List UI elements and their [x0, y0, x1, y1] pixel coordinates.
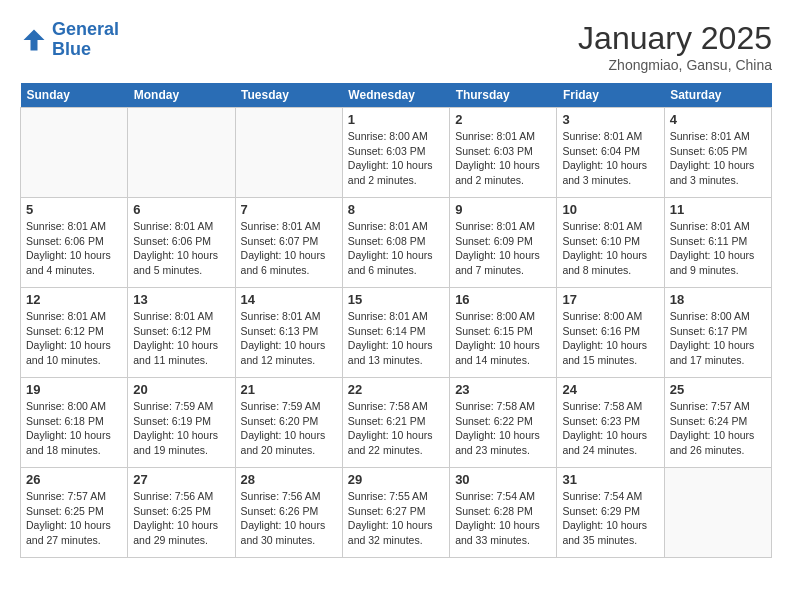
header-row: SundayMondayTuesdayWednesdayThursdayFrid… [21, 83, 772, 108]
cell-info: Sunrise: 8:01 AM Sunset: 6:04 PM Dayligh… [562, 129, 658, 188]
cell-info: Sunrise: 8:01 AM Sunset: 6:03 PM Dayligh… [455, 129, 551, 188]
day-header-friday: Friday [557, 83, 664, 108]
day-header-sunday: Sunday [21, 83, 128, 108]
calendar-cell: 11Sunrise: 8:01 AM Sunset: 6:11 PM Dayli… [664, 198, 771, 288]
cell-day-number: 4 [670, 112, 766, 127]
calendar-cell: 18Sunrise: 8:00 AM Sunset: 6:17 PM Dayli… [664, 288, 771, 378]
calendar-cell: 1Sunrise: 8:00 AM Sunset: 6:03 PM Daylig… [342, 108, 449, 198]
month-title: January 2025 [578, 20, 772, 57]
calendar-cell: 29Sunrise: 7:55 AM Sunset: 6:27 PM Dayli… [342, 468, 449, 558]
logo-line1: General [52, 19, 119, 39]
calendar-cell: 5Sunrise: 8:01 AM Sunset: 6:06 PM Daylig… [21, 198, 128, 288]
cell-day-number: 10 [562, 202, 658, 217]
calendar-cell: 9Sunrise: 8:01 AM Sunset: 6:09 PM Daylig… [450, 198, 557, 288]
cell-day-number: 1 [348, 112, 444, 127]
cell-day-number: 18 [670, 292, 766, 307]
calendar-cell: 28Sunrise: 7:56 AM Sunset: 6:26 PM Dayli… [235, 468, 342, 558]
cell-info: Sunrise: 7:59 AM Sunset: 6:19 PM Dayligh… [133, 399, 229, 458]
calendar-cell: 22Sunrise: 7:58 AM Sunset: 6:21 PM Dayli… [342, 378, 449, 468]
cell-info: Sunrise: 7:59 AM Sunset: 6:20 PM Dayligh… [241, 399, 337, 458]
cell-info: Sunrise: 7:56 AM Sunset: 6:25 PM Dayligh… [133, 489, 229, 548]
cell-day-number: 21 [241, 382, 337, 397]
location: Zhongmiao, Gansu, China [578, 57, 772, 73]
cell-day-number: 12 [26, 292, 122, 307]
cell-info: Sunrise: 8:01 AM Sunset: 6:10 PM Dayligh… [562, 219, 658, 278]
cell-info: Sunrise: 8:01 AM Sunset: 6:06 PM Dayligh… [26, 219, 122, 278]
cell-info: Sunrise: 7:58 AM Sunset: 6:21 PM Dayligh… [348, 399, 444, 458]
logo-line2: Blue [52, 39, 91, 59]
cell-day-number: 9 [455, 202, 551, 217]
calendar-cell: 27Sunrise: 7:56 AM Sunset: 6:25 PM Dayli… [128, 468, 235, 558]
cell-day-number: 13 [133, 292, 229, 307]
calendar-cell [128, 108, 235, 198]
cell-day-number: 22 [348, 382, 444, 397]
cell-info: Sunrise: 7:57 AM Sunset: 6:25 PM Dayligh… [26, 489, 122, 548]
cell-info: Sunrise: 8:01 AM Sunset: 6:12 PM Dayligh… [26, 309, 122, 368]
cell-info: Sunrise: 8:00 AM Sunset: 6:18 PM Dayligh… [26, 399, 122, 458]
week-row-4: 19Sunrise: 8:00 AM Sunset: 6:18 PM Dayli… [21, 378, 772, 468]
calendar-cell: 14Sunrise: 8:01 AM Sunset: 6:13 PM Dayli… [235, 288, 342, 378]
calendar-cell: 16Sunrise: 8:00 AM Sunset: 6:15 PM Dayli… [450, 288, 557, 378]
cell-info: Sunrise: 8:01 AM Sunset: 6:13 PM Dayligh… [241, 309, 337, 368]
calendar-cell: 24Sunrise: 7:58 AM Sunset: 6:23 PM Dayli… [557, 378, 664, 468]
cell-day-number: 24 [562, 382, 658, 397]
cell-day-number: 26 [26, 472, 122, 487]
calendar-cell: 19Sunrise: 8:00 AM Sunset: 6:18 PM Dayli… [21, 378, 128, 468]
cell-info: Sunrise: 8:00 AM Sunset: 6:16 PM Dayligh… [562, 309, 658, 368]
cell-info: Sunrise: 7:56 AM Sunset: 6:26 PM Dayligh… [241, 489, 337, 548]
cell-info: Sunrise: 7:54 AM Sunset: 6:29 PM Dayligh… [562, 489, 658, 548]
cell-day-number: 25 [670, 382, 766, 397]
title-block: January 2025 Zhongmiao, Gansu, China [578, 20, 772, 73]
calendar-cell: 31Sunrise: 7:54 AM Sunset: 6:29 PM Dayli… [557, 468, 664, 558]
cell-info: Sunrise: 8:01 AM Sunset: 6:07 PM Dayligh… [241, 219, 337, 278]
logo-text: General Blue [52, 20, 119, 60]
svg-marker-0 [24, 29, 45, 50]
cell-day-number: 31 [562, 472, 658, 487]
cell-day-number: 5 [26, 202, 122, 217]
calendar-cell: 26Sunrise: 7:57 AM Sunset: 6:25 PM Dayli… [21, 468, 128, 558]
calendar-cell: 4Sunrise: 8:01 AM Sunset: 6:05 PM Daylig… [664, 108, 771, 198]
calendar-cell: 20Sunrise: 7:59 AM Sunset: 6:19 PM Dayli… [128, 378, 235, 468]
logo: General Blue [20, 20, 119, 60]
calendar-cell: 21Sunrise: 7:59 AM Sunset: 6:20 PM Dayli… [235, 378, 342, 468]
cell-info: Sunrise: 8:00 AM Sunset: 6:17 PM Dayligh… [670, 309, 766, 368]
calendar-cell: 8Sunrise: 8:01 AM Sunset: 6:08 PM Daylig… [342, 198, 449, 288]
cell-day-number: 29 [348, 472, 444, 487]
calendar-cell: 6Sunrise: 8:01 AM Sunset: 6:06 PM Daylig… [128, 198, 235, 288]
week-row-1: 1Sunrise: 8:00 AM Sunset: 6:03 PM Daylig… [21, 108, 772, 198]
cell-info: Sunrise: 8:01 AM Sunset: 6:06 PM Dayligh… [133, 219, 229, 278]
cell-day-number: 8 [348, 202, 444, 217]
cell-info: Sunrise: 8:00 AM Sunset: 6:03 PM Dayligh… [348, 129, 444, 188]
page-header: General Blue January 2025 Zhongmiao, Gan… [20, 20, 772, 73]
cell-info: Sunrise: 7:58 AM Sunset: 6:23 PM Dayligh… [562, 399, 658, 458]
calendar-cell [664, 468, 771, 558]
calendar-cell: 10Sunrise: 8:01 AM Sunset: 6:10 PM Dayli… [557, 198, 664, 288]
calendar-cell: 25Sunrise: 7:57 AM Sunset: 6:24 PM Dayli… [664, 378, 771, 468]
cell-day-number: 30 [455, 472, 551, 487]
cell-day-number: 20 [133, 382, 229, 397]
cell-day-number: 2 [455, 112, 551, 127]
cell-day-number: 7 [241, 202, 337, 217]
cell-info: Sunrise: 8:01 AM Sunset: 6:12 PM Dayligh… [133, 309, 229, 368]
cell-day-number: 3 [562, 112, 658, 127]
day-header-monday: Monday [128, 83, 235, 108]
calendar-cell: 23Sunrise: 7:58 AM Sunset: 6:22 PM Dayli… [450, 378, 557, 468]
calendar-cell: 30Sunrise: 7:54 AM Sunset: 6:28 PM Dayli… [450, 468, 557, 558]
cell-day-number: 16 [455, 292, 551, 307]
cell-info: Sunrise: 7:55 AM Sunset: 6:27 PM Dayligh… [348, 489, 444, 548]
cell-info: Sunrise: 7:58 AM Sunset: 6:22 PM Dayligh… [455, 399, 551, 458]
calendar-cell: 2Sunrise: 8:01 AM Sunset: 6:03 PM Daylig… [450, 108, 557, 198]
day-header-thursday: Thursday [450, 83, 557, 108]
logo-icon [20, 26, 48, 54]
cell-info: Sunrise: 8:01 AM Sunset: 6:08 PM Dayligh… [348, 219, 444, 278]
cell-day-number: 27 [133, 472, 229, 487]
cell-day-number: 28 [241, 472, 337, 487]
cell-day-number: 15 [348, 292, 444, 307]
calendar-cell: 3Sunrise: 8:01 AM Sunset: 6:04 PM Daylig… [557, 108, 664, 198]
cell-day-number: 19 [26, 382, 122, 397]
day-header-saturday: Saturday [664, 83, 771, 108]
cell-info: Sunrise: 8:00 AM Sunset: 6:15 PM Dayligh… [455, 309, 551, 368]
cell-day-number: 23 [455, 382, 551, 397]
cell-info: Sunrise: 7:54 AM Sunset: 6:28 PM Dayligh… [455, 489, 551, 548]
calendar-cell: 12Sunrise: 8:01 AM Sunset: 6:12 PM Dayli… [21, 288, 128, 378]
